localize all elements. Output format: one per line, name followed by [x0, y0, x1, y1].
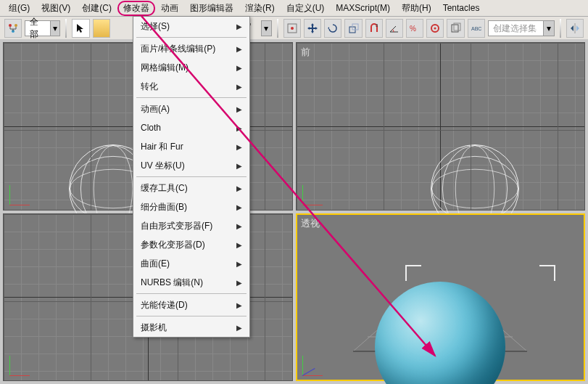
named-sel-sets-icon[interactable] — [447, 19, 464, 38]
submenu-arrow-icon: ▶ — [236, 184, 242, 192]
axis-x-line — [297, 126, 585, 127]
menu-item-label: 细分曲面(B) — [141, 201, 187, 213]
svg-point-1 — [15, 24, 17, 27]
selection-filter-label: 全部 — [25, 16, 50, 41]
toolbar-separator — [560, 19, 561, 38]
chevron-down-icon[interactable]: ▾ — [261, 20, 272, 36]
menu-item-param-deform[interactable]: 参数化变形器(D)▶ — [133, 235, 249, 254]
chevron-down-icon: ▾ — [543, 21, 554, 36]
submenu-arrow-icon: ▶ — [236, 64, 242, 72]
submenu-arrow-icon: ▶ — [236, 105, 242, 113]
select-cursor-icon[interactable] — [72, 19, 89, 38]
menu-item-label: 面片/样条线编辑(P) — [141, 43, 215, 55]
menu-bar: 组(G) 视图(V) 创建(C) 修改器 动画 图形编辑器 渲染(R) 自定义(… — [0, 0, 588, 17]
menu-item-label: 参数化变形器(D) — [141, 239, 205, 251]
menu-item-cloth[interactable]: Cloth▶ — [133, 118, 249, 137]
submenu-arrow-icon: ▶ — [236, 23, 242, 30]
schematic-view-icon[interactable] — [4, 19, 22, 38]
menu-tentacles[interactable]: Tentacles — [437, 1, 486, 15]
menu-item-ffd[interactable]: 自由形式变形器(F)▶ — [133, 216, 249, 235]
menu-help[interactable]: 帮助(H) — [396, 1, 437, 16]
viewport-perspective[interactable]: 透视 — [296, 213, 586, 382]
menu-item-label: 摄影机 — [141, 322, 167, 334]
submenu-arrow-icon: ▶ — [236, 124, 242, 132]
snap-toggle-icon[interactable]: 3 — [365, 19, 383, 38]
menu-item-label: 光能传递(D) — [141, 299, 188, 311]
selection-filter-combo[interactable]: 全部 ▾ — [25, 20, 60, 36]
menu-item-radiosity[interactable]: 光能传递(D)▶ — [133, 295, 249, 314]
menu-grapheditor[interactable]: 图形编辑器 — [184, 1, 239, 16]
svg-text:3: 3 — [376, 23, 378, 28]
menu-item-nurbs[interactable]: NURBS 编辑(N)▶ — [133, 273, 249, 292]
menu-item-label: 选择(S) — [141, 20, 170, 33]
menu-item-patch-spline[interactable]: 面片/样条线编辑(P)▶ — [133, 39, 249, 58]
submenu-arrow-icon: ▶ — [236, 143, 242, 151]
menu-item-cameras[interactable]: 摄影机▶ — [133, 318, 249, 337]
select-move-icon[interactable] — [304, 19, 321, 38]
submenu-arrow-icon: ▶ — [236, 260, 242, 268]
menu-item-label: 网格编辑(M) — [141, 62, 189, 74]
named-selection-placeholder: 创建选择集 — [489, 23, 541, 35]
menu-item-label: NURBS 编辑(N) — [141, 277, 203, 289]
spinner-snap-icon[interactable] — [426, 19, 444, 38]
submenu-arrow-icon: ▶ — [236, 241, 242, 249]
toolbar-separator — [277, 19, 278, 38]
menu-group[interactable]: 组(G) — [3, 1, 36, 16]
menu-item-uv[interactable]: UV 坐标(U)▶ — [133, 156, 249, 175]
safe-frame-corner — [405, 265, 421, 281]
toolbar-separator — [65, 19, 67, 38]
menu-separator — [136, 176, 247, 177]
svg-text:%: % — [410, 25, 416, 33]
menu-maxscript[interactable]: MAXScript(M) — [330, 1, 396, 15]
menu-item-surface[interactable]: 曲面(E)▶ — [133, 254, 249, 273]
submenu-arrow-icon: ▶ — [236, 83, 242, 91]
menu-view[interactable]: 视图(V) — [36, 1, 76, 16]
select-scale-icon[interactable] — [344, 19, 362, 38]
submenu-arrow-icon: ▶ — [236, 279, 242, 287]
modifiers-dropdown: 选择(S)▶ 面片/样条线编辑(P)▶ 网格编辑(M)▶ 转化▶ 动画(A)▶ … — [133, 16, 250, 338]
menu-item-label: 动画(A) — [141, 103, 170, 115]
svg-point-4 — [291, 27, 294, 30]
select-region-icon[interactable] — [93, 19, 110, 38]
menu-item-label: 曲面(E) — [141, 258, 170, 270]
menu-create[interactable]: 创建(C) — [76, 1, 117, 16]
menu-item-cache-tools[interactable]: 缓存工具(C)▶ — [133, 179, 249, 197]
viewport-label: 前 — [301, 46, 310, 59]
submenu-arrow-icon: ▶ — [236, 203, 242, 211]
viewport-front[interactable]: 前 — [296, 42, 586, 211]
menu-item-hair-fur[interactable]: Hair 和 Fur▶ — [133, 137, 249, 156]
axis-y-line — [440, 43, 441, 210]
svg-text:ABC: ABC — [471, 26, 481, 31]
menu-item-animation[interactable]: 动画(A)▶ — [133, 99, 249, 118]
menu-item-convert[interactable]: 转化▶ — [133, 77, 249, 96]
select-rotate-icon[interactable] — [324, 19, 341, 38]
submenu-arrow-icon: ▶ — [236, 222, 242, 230]
mirror-icon[interactable] — [566, 19, 584, 38]
submenu-arrow-icon: ▶ — [236, 162, 242, 170]
menu-customize[interactable]: 自定义(U) — [281, 1, 331, 16]
menu-item-label: UV 坐标(U) — [141, 160, 185, 172]
menu-separator — [136, 293, 247, 294]
menu-render[interactable]: 渲染(R) — [239, 1, 281, 16]
svg-point-0 — [9, 24, 12, 27]
named-selection-combo[interactable]: 创建选择集 ▾ — [488, 20, 555, 36]
viewport-quad: 顶 前 左 透视 — [0, 39, 588, 384]
pivot-center-icon[interactable] — [283, 19, 301, 38]
submenu-arrow-icon: ▶ — [236, 45, 242, 53]
abc-icon[interactable]: ABC — [468, 19, 485, 38]
chevron-down-icon: ▾ — [50, 21, 60, 36]
menu-item-label: Hair 和 Fur — [141, 141, 183, 153]
menu-animation[interactable]: 动画 — [155, 1, 184, 16]
angle-snap-icon[interactable] — [386, 19, 403, 38]
safe-frame-corner — [539, 265, 555, 281]
menu-modifiers[interactable]: 修改器 — [117, 1, 155, 16]
menu-item-mesh-edit[interactable]: 网格编辑(M)▶ — [133, 58, 249, 77]
menu-separator — [136, 97, 247, 98]
menu-item-selection[interactable]: 选择(S)▶ — [133, 17, 249, 36]
submenu-arrow-icon: ▶ — [236, 301, 242, 309]
menu-item-subdiv[interactable]: 细分曲面(B)▶ — [133, 197, 249, 216]
menu-separator — [136, 316, 247, 316]
percent-snap-icon[interactable]: % — [406, 19, 423, 38]
menu-item-label: Cloth — [141, 123, 161, 133]
menu-item-label: 缓存工具(C) — [141, 182, 188, 195]
